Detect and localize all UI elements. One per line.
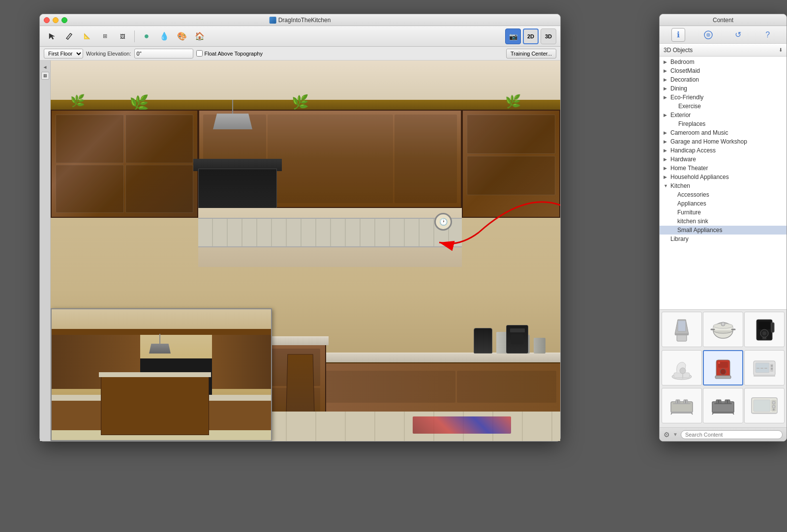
content-title-bar: Content: [660, 14, 787, 26]
svg-line-56: [712, 413, 713, 414]
tree-item-home-theater[interactable]: ▶ Home Theater: [660, 164, 787, 173]
paint-tool-button[interactable]: 🎨: [174, 29, 190, 44]
svg-rect-21: [771, 323, 774, 332]
upper-cabinets-right: [462, 110, 560, 218]
svg-point-61: [772, 401, 775, 404]
small-ceiling: [52, 309, 271, 329]
camera-view-button[interactable]: 📷: [505, 29, 521, 44]
objects-dropdown-arrow[interactable]: ⬇: [779, 47, 783, 53]
kitchen-rug: [413, 416, 511, 434]
grid-item-toaster-1[interactable]: [662, 388, 702, 423]
svg-point-30: [718, 362, 720, 364]
svg-rect-50: [712, 412, 734, 414]
floor-bar: First Floor Working Elevation: Float Abo…: [40, 47, 560, 60]
float-checkbox-label[interactable]: Float Above Topography: [196, 50, 263, 57]
plant-3: 🌿: [292, 94, 309, 110]
svg-point-63: [773, 409, 775, 411]
3d-viewport[interactable]: 🌿 🌿 🌿 🌿: [51, 60, 560, 441]
canister-3: [534, 338, 545, 354]
maximize-button[interactable]: [61, 17, 67, 23]
svg-rect-7: [675, 333, 689, 335]
sidebar-collapse-arrow[interactable]: ◄: [43, 64, 48, 70]
tree-item-fireplaces[interactable]: Fireplaces: [660, 119, 787, 128]
sidebar-mini-button-1[interactable]: ⊞: [41, 72, 49, 80]
tree-item-exterior[interactable]: ▶ Exterior: [660, 111, 787, 119]
tree-item-furniture[interactable]: Furniture: [660, 208, 787, 217]
tree-item-appliances[interactable]: Appliances: [660, 199, 787, 208]
sphere-tool-button[interactable]: ●: [139, 29, 154, 44]
pencil-tool-button[interactable]: [61, 29, 77, 44]
ruler-tool-button[interactable]: 📐: [79, 29, 95, 44]
grid-item-toaster-2[interactable]: [703, 388, 743, 423]
grid-item-espresso-maker[interactable]: [703, 350, 743, 385]
tree-item-exercise[interactable]: Exercise: [660, 102, 787, 111]
tree-item-closetmaid[interactable]: ▶ ClosetMaid: [660, 66, 787, 75]
tree-item-library[interactable]: Library: [660, 235, 787, 243]
tree-item-small-appliances[interactable]: Small Appliances: [660, 226, 787, 235]
search-input[interactable]: [681, 430, 783, 439]
plant-4: 🌿: [505, 94, 521, 109]
grid-item-blender[interactable]: [662, 312, 702, 347]
plant-1: 🌿: [70, 94, 85, 108]
small-kitchen-view: [52, 309, 271, 440]
grid-item-stand-mixer-white[interactable]: [662, 350, 702, 385]
svg-rect-6: [678, 321, 686, 331]
grid-item-bread-box[interactable]: [744, 350, 785, 385]
2d-view-button[interactable]: 2D: [523, 29, 539, 44]
grid-item-pot[interactable]: [703, 312, 743, 347]
svg-rect-4: [677, 334, 687, 341]
info-tab-button[interactable]: ℹ: [671, 28, 685, 42]
svg-rect-55: [714, 403, 732, 404]
tree-item-handicap[interactable]: ▶ Handicap Access: [660, 146, 787, 155]
content-tree-view[interactable]: ▶ Bedroom ▶ ClosetMaid ▶ Decoration ▶ Di…: [660, 57, 787, 309]
svg-rect-38: [764, 368, 767, 369]
svg-point-28: [720, 369, 726, 375]
window-title: DragIntoTheKitchen: [270, 17, 331, 24]
floor-select[interactable]: First Floor: [44, 49, 83, 59]
house-tool-button[interactable]: 🏠: [192, 29, 208, 44]
water-tool-button[interactable]: 💧: [156, 29, 172, 44]
svg-point-34: [771, 365, 773, 367]
tree-item-kitchen-sink[interactable]: kitchen sink: [660, 217, 787, 226]
minimize-button[interactable]: [53, 17, 59, 23]
gallery-tab-button[interactable]: [701, 28, 715, 42]
tree-item-household[interactable]: ▶ Household Appliances: [660, 173, 787, 181]
content-panel-toolbar: ℹ ↺ ?: [660, 26, 787, 44]
content-items-grid: [660, 309, 787, 427]
tree-item-cameroom[interactable]: ▶ Cameroom and Music: [660, 128, 787, 137]
grid-item-microwave[interactable]: [744, 388, 785, 423]
close-button[interactable]: [44, 17, 50, 23]
tree-item-decoration[interactable]: ▶ Decoration: [660, 75, 787, 84]
svg-point-13: [721, 322, 725, 326]
svg-point-24: [680, 368, 686, 374]
tree-item-dining[interactable]: ▶ Dining: [660, 84, 787, 93]
select-tool-button[interactable]: [44, 29, 60, 44]
tree-item-hardware[interactable]: ▶ Hardware: [660, 155, 787, 164]
svg-line-57: [733, 413, 734, 414]
tree-item-garage[interactable]: ▶ Garage and Home Workshop: [660, 137, 787, 146]
tree-item-accessories[interactable]: Accessories: [660, 190, 787, 199]
small-island: [101, 376, 209, 435]
svg-rect-17: [758, 322, 770, 329]
small-viewport-inset[interactable]: [51, 308, 272, 441]
training-center-button[interactable]: Training Center...: [506, 49, 556, 59]
grid-item-coffee-machine[interactable]: [744, 312, 785, 347]
tree-item-eco-friendly[interactable]: ▶ Eco-Friendly: [660, 93, 787, 102]
refresh-tab-button[interactable]: ↺: [731, 28, 745, 42]
search-dropdown-arrow[interactable]: ▼: [673, 432, 678, 437]
float-checkbox[interactable]: [196, 50, 203, 57]
grid-tool-button[interactable]: ⊞: [97, 29, 113, 44]
tree-item-bedroom[interactable]: ▶ Bedroom: [660, 58, 787, 66]
content-panel: Content ℹ ↺ ? 3D Objects ⬇ ▶ Bedroom ▶ C…: [659, 14, 787, 442]
wall-clock: 🕐: [434, 213, 452, 231]
svg-line-47: [671, 413, 672, 414]
search-settings-icon[interactable]: ⚙: [664, 431, 670, 439]
image-tool-button[interactable]: 🖼: [115, 29, 130, 44]
main-toolbar: 📐 ⊞ 🖼 ● 💧 🎨 🏠 📷 2D 3D: [40, 26, 560, 47]
main-window: DragIntoTheKitchen 📐 ⊞ 🖼 ● 💧 🎨 🏠 📷 2D 3D…: [39, 14, 561, 442]
tree-item-kitchen[interactable]: ▼ Kitchen: [660, 181, 787, 190]
help-tab-button[interactable]: ?: [761, 28, 775, 42]
3d-view-button[interactable]: 3D: [541, 29, 556, 44]
svg-point-35: [771, 368, 773, 370]
elevation-input[interactable]: [134, 49, 193, 59]
